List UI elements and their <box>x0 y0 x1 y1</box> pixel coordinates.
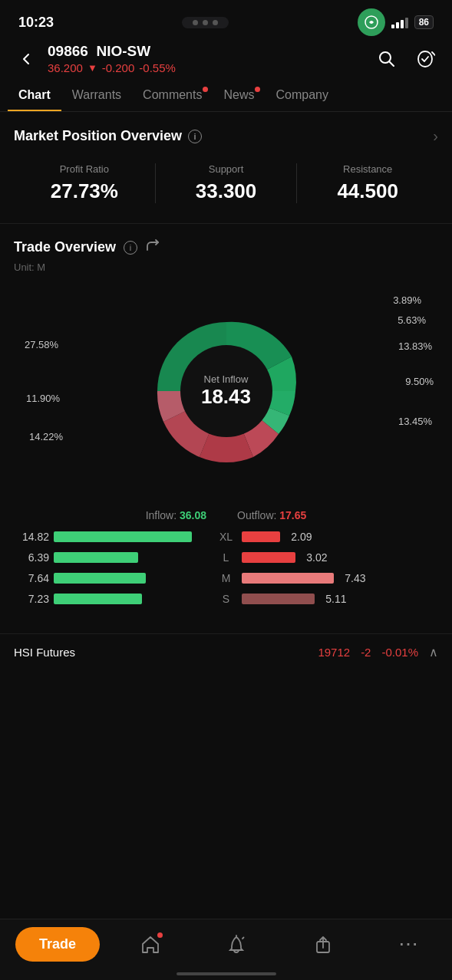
hsi-title: HSI Futures <box>14 646 75 659</box>
flow-val-m-red: 7.43 <box>338 572 366 584</box>
home-indicator <box>177 972 276 975</box>
flow-right-s: 5.11 <box>242 593 431 605</box>
hsi-pct: -0.01% <box>381 646 418 659</box>
donut-label-1190: 11.90% <box>26 393 60 404</box>
flow-row-s: 7.23 S 5.11 <box>21 593 431 605</box>
flow-val-xl-green: 14.82 <box>21 531 49 543</box>
back-button[interactable] <box>14 47 38 71</box>
price-row: 36.200 ▼ -0.200 -0.55% <box>48 61 365 74</box>
donut-label-563: 5.63% <box>398 314 426 326</box>
flow-row-m: 7.64 M 7.43 <box>21 572 431 584</box>
home-notification-dot <box>157 932 163 938</box>
nav-share-button[interactable] <box>308 929 338 960</box>
flow-val-l-green: 6.39 <box>21 551 49 564</box>
watchlist-button[interactable] <box>412 46 438 72</box>
donut-chart-container: Net Inflow 18.43 3.89% 5.63% 13.83% 9.50… <box>14 284 438 498</box>
flow-val-l-red: 3.02 <box>300 551 328 564</box>
flow-val-s-green: 7.23 <box>21 593 49 605</box>
status-time: 10:23 <box>18 15 54 31</box>
outflow-value: 17.65 <box>279 509 306 521</box>
app-icon <box>358 8 385 36</box>
news-dot <box>255 87 260 92</box>
flow-right-xl: 2.09 <box>242 531 431 543</box>
hsi-values: 19712 -2 -0.01% ∧ <box>318 645 438 659</box>
flow-bar-m-green <box>54 573 146 584</box>
profit-ratio-metric: Profit Ratio 27.73% <box>14 163 155 203</box>
flow-bar-l-red <box>242 552 295 563</box>
flow-left-l: 6.39 <box>21 551 211 564</box>
hsi-change: -2 <box>361 646 371 659</box>
flow-bars: 14.82 XL 2.09 6.39 L 3.02 7.64 <box>14 531 438 605</box>
donut-label-1422: 14.22% <box>29 431 63 442</box>
stock-title: 09866 NIO-SW <box>48 43 365 60</box>
flow-bar-xl-red <box>242 531 280 542</box>
price-change: -0.200 <box>102 61 135 74</box>
flow-right-l: 3.02 <box>242 551 431 564</box>
flow-val-m-green: 7.64 <box>21 572 49 584</box>
nav-more-button[interactable]: ⋯ <box>394 929 424 960</box>
market-position-section: Market Position Overview i › Profit Rati… <box>0 112 452 223</box>
flow-size-s: S <box>216 593 237 605</box>
hsi-price: 19712 <box>318 646 350 659</box>
profit-ratio-value: 27.73% <box>14 179 155 203</box>
resistance-label: Resistance <box>297 163 438 175</box>
status-dot-1 <box>193 20 198 25</box>
market-metrics: Profit Ratio 27.73% Support 33.300 Resis… <box>14 159 438 215</box>
market-position-chevron[interactable]: › <box>433 127 438 145</box>
tab-news[interactable]: News <box>213 82 265 111</box>
flow-bar-s-green <box>54 594 142 604</box>
support-value: 33.300 <box>156 179 297 203</box>
flow-right-m: 7.43 <box>242 572 431 584</box>
status-dot-3 <box>213 20 218 25</box>
trade-overview-header: Trade Overview i <box>14 238 438 257</box>
flow-bar-s-red <box>242 594 315 604</box>
flow-left-xl: 14.82 <box>21 531 211 543</box>
header-actions <box>374 46 438 72</box>
inflow-value: 36.08 <box>180 509 206 521</box>
support-label: Support <box>156 163 297 175</box>
market-position-header: Market Position Overview i › <box>14 127 438 145</box>
flow-row-xl: 14.82 XL 2.09 <box>21 531 431 543</box>
search-button[interactable] <box>374 46 400 72</box>
comments-dot <box>203 87 208 92</box>
hsi-futures-bar[interactable]: HSI Futures 19712 -2 -0.01% ∧ <box>0 633 452 670</box>
flow-size-m: M <box>216 572 237 584</box>
price-pct: -0.55% <box>139 61 176 74</box>
trade-button[interactable]: Trade <box>15 927 100 962</box>
price-arrow: ▼ <box>87 62 97 74</box>
svg-point-1 <box>180 345 272 437</box>
tab-comments[interactable]: Comments <box>132 82 213 111</box>
donut-label-1345: 13.45% <box>398 416 432 427</box>
battery-indicator: 86 <box>414 15 434 29</box>
tab-chart[interactable]: Chart <box>8 82 61 111</box>
donut-label-389: 3.89% <box>393 294 421 306</box>
stock-header: 09866 NIO-SW 36.200 ▼ -0.200 -0.55% <box>0 40 452 82</box>
nav-icons: ⋯ <box>107 929 452 960</box>
bottom-nav: Trade ⋯ <box>0 919 452 980</box>
market-info-icon[interactable]: i <box>188 130 202 143</box>
hsi-chevron-icon: ∧ <box>429 645 438 659</box>
resistance-value: 44.500 <box>297 179 438 203</box>
tab-bar: Chart Warrants Comments News Company <box>0 82 452 112</box>
donut-chart <box>142 307 311 475</box>
flow-summary: Inflow: 36.08 Outflow: 17.65 <box>14 509 438 521</box>
status-icons: 86 <box>358 8 434 36</box>
flow-size-xl: XL <box>216 531 237 543</box>
tab-warrants[interactable]: Warrants <box>61 82 132 111</box>
trade-info-icon[interactable]: i <box>124 241 137 255</box>
svg-line-3 <box>242 937 244 939</box>
trade-overview-title: Trade Overview <box>14 239 116 255</box>
flow-row-l: 6.39 L 3.02 <box>21 551 431 564</box>
trade-overview-section: Trade Overview i Unit: M <box>0 224 452 621</box>
flow-left-m: 7.64 <box>21 572 211 584</box>
nav-alert-button[interactable] <box>221 929 252 960</box>
flow-bar-m-red <box>242 573 334 584</box>
inflow-summary: Inflow: 36.08 <box>146 509 206 521</box>
flow-size-l: L <box>216 551 237 564</box>
resistance-metric: Resistance 44.500 <box>296 163 438 203</box>
tab-company[interactable]: Company <box>265 82 338 111</box>
nav-home-button[interactable] <box>135 929 166 960</box>
trade-share-icon[interactable] <box>145 238 160 257</box>
stock-info: 09866 NIO-SW 36.200 ▼ -0.200 -0.55% <box>48 43 365 74</box>
flow-left-s: 7.23 <box>21 593 211 605</box>
